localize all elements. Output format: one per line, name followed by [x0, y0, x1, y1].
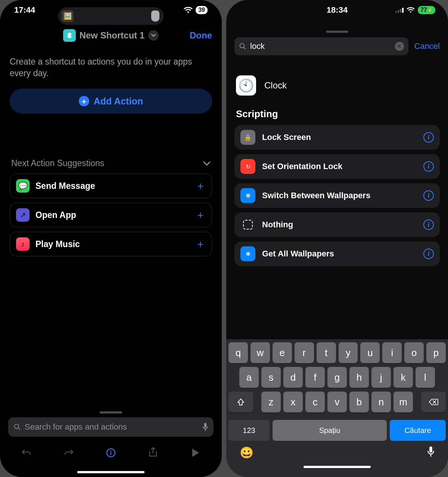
- title-chevron-icon[interactable]: [148, 30, 159, 41]
- left-screenshot: 17:44 39 🖼️ New Shortcut 1 Done Create: [0, 0, 222, 477]
- cancel-button[interactable]: Cancel: [414, 41, 440, 51]
- svg-rect-7: [400, 9, 401, 13]
- key-j[interactable]: j: [371, 367, 391, 388]
- search-field[interactable]: Search for apps and actions: [8, 417, 214, 437]
- key-f[interactable]: f: [305, 367, 325, 388]
- app-result-clock[interactable]: 🕙 Clock: [226, 55, 448, 106]
- action-get-all-wallpapers[interactable]: ❋Get All Wallpapersi: [234, 241, 440, 266]
- key-l[interactable]: l: [416, 367, 435, 388]
- svg-rect-8: [402, 8, 404, 13]
- suggestion-label: Send Message: [35, 181, 189, 191]
- right-screenshot: 18:34 77⚡ ✕ Cancel 🕙 Clock Scripting 🔒Lo…: [226, 0, 448, 477]
- key-t[interactable]: t: [317, 342, 336, 363]
- editor-header: New Shortcut 1 Done: [0, 20, 222, 46]
- add-icon[interactable]: ＋: [195, 208, 206, 222]
- action-nothing[interactable]: Nothingi: [234, 212, 440, 237]
- action-label: Set Orientation Lock: [262, 162, 417, 171]
- suggestions-title: Next Action Suggestions: [11, 158, 104, 168]
- backspace-key[interactable]: [421, 392, 446, 412]
- key-m[interactable]: m: [393, 392, 413, 412]
- dictation-key[interactable]: [427, 446, 435, 459]
- keyboard: qwertyuiop asdfghjkl zxcvbnm 123 Spațiu …: [226, 339, 448, 477]
- suggestion-messages[interactable]: 💬Send Message＋: [10, 174, 212, 198]
- key-p[interactable]: p: [426, 342, 446, 363]
- action-lock-screen[interactable]: 🔒Lock Screeni: [234, 125, 440, 150]
- action-set-orientation-lock[interactable]: ↻Set Orientation Locki: [234, 154, 440, 179]
- cellular-icon: [395, 7, 404, 13]
- numbers-key[interactable]: 123: [228, 420, 270, 441]
- key-x[interactable]: x: [283, 392, 303, 412]
- emoji-key[interactable]: 😀: [240, 446, 253, 459]
- add-icon[interactable]: ＋: [195, 237, 206, 251]
- space-key[interactable]: Spațiu: [273, 420, 387, 441]
- redo-button[interactable]: [60, 444, 77, 461]
- run-button[interactable]: [187, 444, 204, 461]
- info-icon[interactable]: i: [423, 190, 434, 201]
- shortcut-title[interactable]: New Shortcut 1: [80, 30, 145, 41]
- chevron-down-icon: [203, 161, 211, 166]
- search-icon: [239, 43, 246, 50]
- key-e[interactable]: e: [273, 342, 292, 363]
- undo-button[interactable]: [18, 444, 35, 461]
- suggestion-open-app[interactable]: ↗Open App＋: [10, 203, 212, 227]
- key-g[interactable]: g: [327, 367, 347, 388]
- clear-icon[interactable]: ✕: [395, 42, 404, 51]
- key-k[interactable]: k: [393, 367, 413, 388]
- search-key[interactable]: Căutare: [390, 420, 446, 441]
- action-label: Switch Between Wallpapers: [262, 191, 417, 200]
- action-switch-between-wallpapers[interactable]: ❋Switch Between Wallpapersi: [234, 183, 440, 208]
- shift-key[interactable]: [228, 392, 253, 412]
- key-r[interactable]: r: [295, 342, 314, 363]
- action-label: Lock Screen: [262, 132, 417, 142]
- music-icon: ♪: [16, 237, 29, 251]
- sheet-grabber[interactable]: [326, 31, 348, 33]
- info-icon[interactable]: i: [423, 219, 434, 230]
- key-b[interactable]: b: [349, 392, 369, 412]
- battery-indicator: 39: [196, 6, 208, 14]
- suggestion-music[interactable]: ♪Play Music＋: [10, 232, 212, 256]
- microphone-icon[interactable]: [202, 423, 208, 431]
- key-s[interactable]: s: [261, 367, 281, 388]
- key-a[interactable]: a: [239, 367, 259, 388]
- key-n[interactable]: n: [371, 392, 391, 412]
- svg-rect-1: [204, 423, 206, 428]
- sheet-grabber[interactable]: [100, 411, 122, 414]
- key-c[interactable]: c: [305, 392, 325, 412]
- status-time: 17:44: [14, 5, 35, 15]
- wifi-icon: [184, 7, 193, 13]
- key-u[interactable]: u: [360, 342, 380, 363]
- rotate-icon: ↻: [240, 159, 255, 174]
- share-button[interactable]: [144, 444, 162, 461]
- svg-rect-6: [398, 10, 399, 13]
- key-o[interactable]: o: [404, 342, 424, 363]
- key-w[interactable]: w: [251, 342, 270, 363]
- battery-indicator: 77⚡: [418, 6, 435, 14]
- svg-rect-4: [111, 452, 111, 455]
- svg-rect-5: [395, 11, 397, 13]
- search-placeholder: Search for apps and actions: [25, 422, 199, 432]
- info-icon[interactable]: i: [423, 249, 434, 259]
- done-button[interactable]: Done: [190, 30, 212, 41]
- key-q[interactable]: q: [228, 342, 248, 363]
- add-action-button[interactable]: ＋ Add Action: [10, 89, 212, 113]
- clock-app-icon: 🕙: [236, 75, 256, 96]
- key-d[interactable]: d: [283, 367, 303, 388]
- key-y[interactable]: y: [339, 342, 358, 363]
- add-icon[interactable]: ＋: [195, 179, 206, 193]
- home-indicator[interactable]: [77, 471, 144, 473]
- info-icon[interactable]: i: [423, 161, 434, 172]
- search-field[interactable]: ✕: [234, 37, 408, 55]
- flower-icon: ❋: [240, 246, 255, 261]
- search-input[interactable]: [250, 41, 391, 51]
- suggestions-header[interactable]: Next Action Suggestions: [0, 113, 222, 174]
- info-icon[interactable]: i: [423, 132, 434, 143]
- action-label: Get All Wallpapers: [262, 249, 417, 259]
- plus-circle-icon: ＋: [79, 96, 89, 106]
- key-v[interactable]: v: [327, 392, 347, 412]
- home-indicator[interactable]: [304, 466, 371, 468]
- key-h[interactable]: h: [349, 367, 369, 388]
- key-i[interactable]: i: [382, 342, 402, 363]
- action-label: Nothing: [262, 220, 417, 230]
- info-button[interactable]: [102, 444, 119, 461]
- key-z[interactable]: z: [261, 392, 281, 412]
